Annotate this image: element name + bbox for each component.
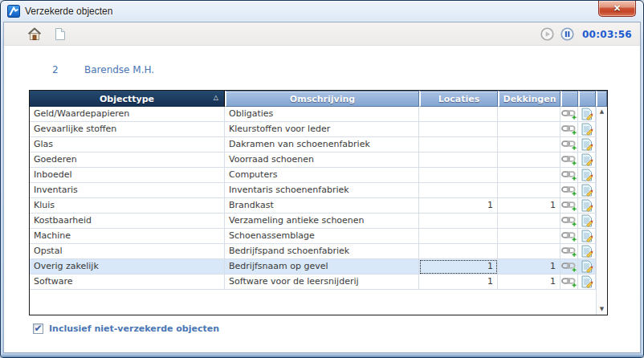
table-row[interactable]: Goederen Voorraad schoenen [30, 153, 596, 168]
link-coverage-button[interactable] [560, 137, 578, 153]
new-object-button[interactable] [52, 26, 68, 42]
edit-object-button[interactable] [578, 137, 596, 153]
cell-dekkingen[interactable]: 1 [498, 259, 560, 275]
table-row[interactable]: Kluis Brandkast 1 1 [30, 198, 596, 214]
cell-dekkingen[interactable]: 1 [498, 198, 560, 214]
titlebar[interactable]: Verzekerde objecten ✕ [1, 1, 643, 22]
cell-objecttype[interactable]: Gevaarlijke stoffen [30, 122, 225, 137]
cell-objecttype[interactable]: Glas [30, 137, 225, 153]
cell-omschrijving[interactable]: Bedrijfspand schoenfabriek [225, 244, 419, 259]
table-row[interactable]: Gevaarlijke stoffen Kleurstoffen voor le… [30, 122, 596, 137]
link-coverage-button[interactable] [560, 214, 578, 229]
cell-dekkingen[interactable] [498, 183, 560, 198]
table-row[interactable]: Machine Schoenassemblage [30, 229, 596, 244]
include-uninsured-checkbox[interactable]: ✔ [33, 323, 43, 334]
cell-dekkingen[interactable]: 1 [498, 275, 560, 290]
link-coverage-button[interactable] [560, 259, 578, 275]
cell-locaties[interactable] [419, 244, 498, 259]
cell-locaties[interactable] [419, 107, 498, 122]
cell-dekkingen[interactable] [498, 168, 560, 183]
link-coverage-button[interactable] [560, 153, 578, 168]
cell-locaties[interactable] [419, 137, 498, 153]
edit-object-button[interactable] [578, 153, 596, 168]
table-row[interactable]: Geld/Waardepapieren Obligaties [30, 107, 596, 122]
link-coverage-button[interactable] [560, 198, 578, 214]
close-button[interactable]: ✕ [598, 1, 636, 17]
table-row[interactable]: Glas Dakramen van schoenenfabriek [30, 137, 596, 153]
edit-object-button[interactable] [578, 229, 596, 244]
cell-dekkingen[interactable] [498, 137, 560, 153]
cell-omschrijving[interactable]: Schoenassemblage [225, 229, 419, 244]
cell-locaties[interactable]: 1 [419, 259, 498, 275]
edit-object-button[interactable] [578, 214, 596, 229]
cell-objecttype[interactable]: Inventaris [30, 183, 225, 198]
play-button[interactable] [540, 26, 556, 42]
link-coverage-button[interactable] [560, 168, 578, 183]
table-row[interactable]: Overig zakelijk Bedrijfsnaam op gevel 1 … [30, 259, 596, 275]
table-row[interactable]: Opstal Bedrijfspand schoenfabriek [30, 244, 596, 259]
edit-object-button[interactable] [578, 275, 596, 290]
edit-object-button[interactable] [578, 198, 596, 214]
link-coverage-button[interactable] [560, 229, 578, 244]
scroll-up-icon[interactable]: ▲ [600, 109, 604, 115]
cell-dekkingen[interactable] [498, 229, 560, 244]
column-header-edit[interactable] [578, 91, 596, 107]
link-coverage-button[interactable] [560, 244, 578, 259]
edit-object-button[interactable] [578, 122, 596, 137]
cell-omschrijving[interactable]: Voorraad schoenen [225, 153, 419, 168]
edit-object-button[interactable] [578, 244, 596, 259]
cell-locaties[interactable]: 1 [419, 275, 498, 290]
column-header-locaties[interactable]: Locaties [419, 91, 498, 107]
cell-objecttype[interactable]: Machine [30, 229, 225, 244]
cell-objecttype[interactable]: Kluis [30, 198, 225, 214]
table-row[interactable]: Software Software voor de leersnijderij … [30, 275, 596, 290]
column-header-objecttype[interactable]: Objecttype △ [30, 91, 225, 107]
cell-objecttype[interactable]: Software [30, 275, 225, 290]
cell-objecttype[interactable]: Goederen [30, 153, 225, 168]
cell-omschrijving[interactable]: Computers [225, 168, 419, 183]
cell-omschrijving[interactable]: Kleurstoffen voor leder [225, 122, 419, 137]
cell-omschrijving[interactable]: Verzameling antieke schoenen [225, 214, 419, 229]
cell-objecttype[interactable]: Overig zakelijk [30, 259, 225, 275]
cell-omschrijving[interactable]: Obligaties [225, 107, 419, 122]
link-coverage-button[interactable] [560, 183, 578, 198]
scroll-down-icon[interactable]: ▼ [600, 307, 604, 312]
column-header-link[interactable] [560, 91, 578, 107]
cell-objecttype[interactable]: Opstal [30, 244, 225, 259]
edit-object-button[interactable] [578, 259, 596, 275]
cell-objecttype[interactable]: Kostbaarheid [30, 214, 225, 229]
column-header-dekkingen[interactable]: Dekkingen [498, 91, 560, 107]
home-button[interactable] [26, 26, 43, 42]
cell-locaties[interactable] [419, 153, 498, 168]
edit-object-button[interactable] [578, 107, 596, 122]
vertical-scrollbar[interactable]: ▲ ▼ [596, 107, 607, 315]
cell-dekkingen[interactable] [498, 214, 560, 229]
cell-locaties[interactable] [419, 229, 498, 244]
cell-locaties[interactable]: 1 [419, 198, 498, 214]
cell-omschrijving[interactable]: Brandkast [225, 198, 419, 214]
link-coverage-button[interactable] [560, 107, 578, 122]
table-row[interactable]: Inventaris Inventaris schoenenfabriek [30, 183, 596, 198]
cell-objecttype[interactable]: Inboedel [30, 168, 225, 183]
cell-locaties[interactable] [419, 168, 498, 183]
table-row[interactable]: Kostbaarheid Verzameling antieke schoene… [30, 214, 596, 229]
cell-locaties[interactable] [419, 183, 498, 198]
cell-locaties[interactable] [419, 214, 498, 229]
cell-omschrijving[interactable]: Dakramen van schoenenfabriek [225, 137, 419, 153]
cell-omschrijving[interactable]: Inventaris schoenenfabriek [225, 183, 419, 198]
cell-dekkingen[interactable] [498, 107, 560, 122]
link-coverage-button[interactable] [560, 122, 578, 137]
pause-button[interactable] [560, 26, 576, 42]
cell-omschrijving[interactable]: Bedrijfsnaam op gevel [225, 259, 419, 275]
relation-name[interactable]: Barendse M.H. [84, 64, 154, 75]
cell-omschrijving[interactable]: Software voor de leersnijderij [225, 275, 419, 290]
cell-dekkingen[interactable] [498, 122, 560, 137]
table-row[interactable]: Inboedel Computers [30, 168, 596, 183]
cell-dekkingen[interactable] [498, 244, 560, 259]
cell-dekkingen[interactable] [498, 153, 560, 168]
column-header-omschrijving[interactable]: Omschrijving [225, 91, 419, 107]
edit-object-button[interactable] [578, 168, 596, 183]
link-coverage-button[interactable] [560, 275, 578, 290]
edit-object-button[interactable] [578, 183, 596, 198]
cell-locaties[interactable] [419, 122, 498, 137]
